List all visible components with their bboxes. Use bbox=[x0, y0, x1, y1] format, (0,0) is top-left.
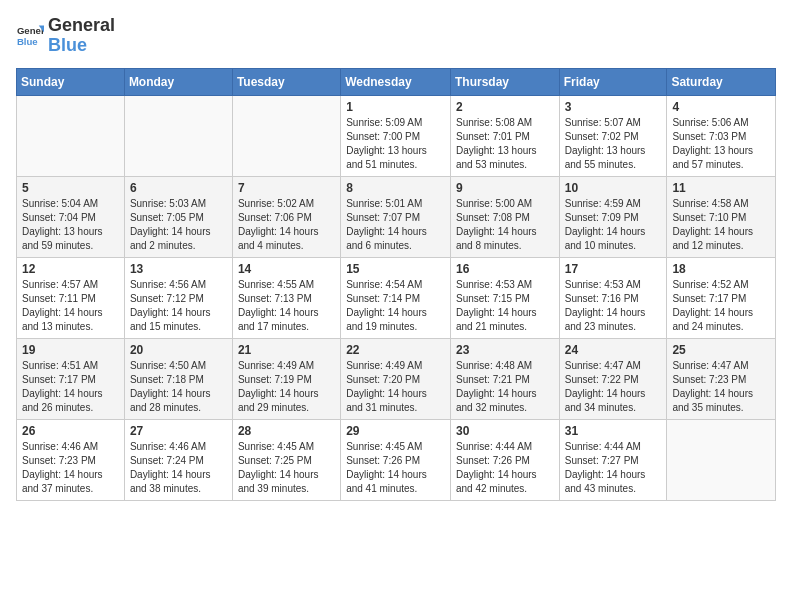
cell-content: Sunrise: 4:50 AMSunset: 7:18 PMDaylight:… bbox=[130, 359, 227, 415]
calendar-cell: 20Sunrise: 4:50 AMSunset: 7:18 PMDayligh… bbox=[124, 338, 232, 419]
calendar-cell: 15Sunrise: 4:54 AMSunset: 7:14 PMDayligh… bbox=[341, 257, 451, 338]
calendar-cell: 23Sunrise: 4:48 AMSunset: 7:21 PMDayligh… bbox=[450, 338, 559, 419]
cell-content: Sunrise: 5:09 AMSunset: 7:00 PMDaylight:… bbox=[346, 116, 445, 172]
cell-content: Sunrise: 4:58 AMSunset: 7:10 PMDaylight:… bbox=[672, 197, 770, 253]
calendar-cell: 7Sunrise: 5:02 AMSunset: 7:06 PMDaylight… bbox=[232, 176, 340, 257]
cell-content: Sunrise: 5:06 AMSunset: 7:03 PMDaylight:… bbox=[672, 116, 770, 172]
cell-content: Sunrise: 4:53 AMSunset: 7:16 PMDaylight:… bbox=[565, 278, 662, 334]
calendar-cell: 18Sunrise: 4:52 AMSunset: 7:17 PMDayligh… bbox=[667, 257, 776, 338]
cell-content: Sunrise: 4:54 AMSunset: 7:14 PMDaylight:… bbox=[346, 278, 445, 334]
day-number: 3 bbox=[565, 100, 662, 114]
logo-icon: General Blue bbox=[16, 22, 44, 50]
day-number: 8 bbox=[346, 181, 445, 195]
weekday-header-sunday: Sunday bbox=[17, 68, 125, 95]
calendar-cell: 1Sunrise: 5:09 AMSunset: 7:00 PMDaylight… bbox=[341, 95, 451, 176]
day-number: 26 bbox=[22, 424, 119, 438]
cell-content: Sunrise: 4:55 AMSunset: 7:13 PMDaylight:… bbox=[238, 278, 335, 334]
calendar-cell: 19Sunrise: 4:51 AMSunset: 7:17 PMDayligh… bbox=[17, 338, 125, 419]
calendar-week-row: 1Sunrise: 5:09 AMSunset: 7:00 PMDaylight… bbox=[17, 95, 776, 176]
calendar-cell: 17Sunrise: 4:53 AMSunset: 7:16 PMDayligh… bbox=[559, 257, 667, 338]
weekday-header-wednesday: Wednesday bbox=[341, 68, 451, 95]
calendar-cell: 13Sunrise: 4:56 AMSunset: 7:12 PMDayligh… bbox=[124, 257, 232, 338]
day-number: 16 bbox=[456, 262, 554, 276]
day-number: 28 bbox=[238, 424, 335, 438]
calendar-cell: 25Sunrise: 4:47 AMSunset: 7:23 PMDayligh… bbox=[667, 338, 776, 419]
day-number: 20 bbox=[130, 343, 227, 357]
calendar-cell: 26Sunrise: 4:46 AMSunset: 7:23 PMDayligh… bbox=[17, 419, 125, 500]
weekday-header-monday: Monday bbox=[124, 68, 232, 95]
cell-content: Sunrise: 4:45 AMSunset: 7:25 PMDaylight:… bbox=[238, 440, 335, 496]
weekday-header-friday: Friday bbox=[559, 68, 667, 95]
calendar-cell: 30Sunrise: 4:44 AMSunset: 7:26 PMDayligh… bbox=[450, 419, 559, 500]
day-number: 12 bbox=[22, 262, 119, 276]
cell-content: Sunrise: 4:51 AMSunset: 7:17 PMDaylight:… bbox=[22, 359, 119, 415]
calendar-cell: 27Sunrise: 4:46 AMSunset: 7:24 PMDayligh… bbox=[124, 419, 232, 500]
page-header: General Blue General Blue bbox=[16, 16, 776, 56]
cell-content: Sunrise: 5:02 AMSunset: 7:06 PMDaylight:… bbox=[238, 197, 335, 253]
day-number: 2 bbox=[456, 100, 554, 114]
calendar-cell: 14Sunrise: 4:55 AMSunset: 7:13 PMDayligh… bbox=[232, 257, 340, 338]
calendar-cell: 4Sunrise: 5:06 AMSunset: 7:03 PMDaylight… bbox=[667, 95, 776, 176]
cell-content: Sunrise: 4:47 AMSunset: 7:23 PMDaylight:… bbox=[672, 359, 770, 415]
calendar-cell: 10Sunrise: 4:59 AMSunset: 7:09 PMDayligh… bbox=[559, 176, 667, 257]
calendar-table: SundayMondayTuesdayWednesdayThursdayFrid… bbox=[16, 68, 776, 501]
calendar-cell: 24Sunrise: 4:47 AMSunset: 7:22 PMDayligh… bbox=[559, 338, 667, 419]
calendar-cell: 9Sunrise: 5:00 AMSunset: 7:08 PMDaylight… bbox=[450, 176, 559, 257]
logo: General Blue General Blue bbox=[16, 16, 115, 56]
calendar-cell: 16Sunrise: 4:53 AMSunset: 7:15 PMDayligh… bbox=[450, 257, 559, 338]
cell-content: Sunrise: 4:47 AMSunset: 7:22 PMDaylight:… bbox=[565, 359, 662, 415]
weekday-header-row: SundayMondayTuesdayWednesdayThursdayFrid… bbox=[17, 68, 776, 95]
cell-content: Sunrise: 4:52 AMSunset: 7:17 PMDaylight:… bbox=[672, 278, 770, 334]
cell-content: Sunrise: 4:53 AMSunset: 7:15 PMDaylight:… bbox=[456, 278, 554, 334]
day-number: 21 bbox=[238, 343, 335, 357]
calendar-week-row: 5Sunrise: 5:04 AMSunset: 7:04 PMDaylight… bbox=[17, 176, 776, 257]
weekday-header-tuesday: Tuesday bbox=[232, 68, 340, 95]
day-number: 22 bbox=[346, 343, 445, 357]
calendar-cell: 5Sunrise: 5:04 AMSunset: 7:04 PMDaylight… bbox=[17, 176, 125, 257]
day-number: 10 bbox=[565, 181, 662, 195]
weekday-header-thursday: Thursday bbox=[450, 68, 559, 95]
calendar-cell: 28Sunrise: 4:45 AMSunset: 7:25 PMDayligh… bbox=[232, 419, 340, 500]
day-number: 11 bbox=[672, 181, 770, 195]
cell-content: Sunrise: 5:01 AMSunset: 7:07 PMDaylight:… bbox=[346, 197, 445, 253]
day-number: 7 bbox=[238, 181, 335, 195]
cell-content: Sunrise: 4:59 AMSunset: 7:09 PMDaylight:… bbox=[565, 197, 662, 253]
calendar-body: 1Sunrise: 5:09 AMSunset: 7:00 PMDaylight… bbox=[17, 95, 776, 500]
calendar-cell: 3Sunrise: 5:07 AMSunset: 7:02 PMDaylight… bbox=[559, 95, 667, 176]
calendar-week-row: 12Sunrise: 4:57 AMSunset: 7:11 PMDayligh… bbox=[17, 257, 776, 338]
calendar-cell: 12Sunrise: 4:57 AMSunset: 7:11 PMDayligh… bbox=[17, 257, 125, 338]
cell-content: Sunrise: 5:03 AMSunset: 7:05 PMDaylight:… bbox=[130, 197, 227, 253]
cell-content: Sunrise: 4:46 AMSunset: 7:23 PMDaylight:… bbox=[22, 440, 119, 496]
cell-content: Sunrise: 4:57 AMSunset: 7:11 PMDaylight:… bbox=[22, 278, 119, 334]
calendar-cell: 29Sunrise: 4:45 AMSunset: 7:26 PMDayligh… bbox=[341, 419, 451, 500]
calendar-cell bbox=[17, 95, 125, 176]
day-number: 14 bbox=[238, 262, 335, 276]
day-number: 18 bbox=[672, 262, 770, 276]
calendar-cell: 6Sunrise: 5:03 AMSunset: 7:05 PMDaylight… bbox=[124, 176, 232, 257]
cell-content: Sunrise: 4:44 AMSunset: 7:27 PMDaylight:… bbox=[565, 440, 662, 496]
svg-text:Blue: Blue bbox=[17, 36, 38, 47]
calendar-cell: 8Sunrise: 5:01 AMSunset: 7:07 PMDaylight… bbox=[341, 176, 451, 257]
cell-content: Sunrise: 4:44 AMSunset: 7:26 PMDaylight:… bbox=[456, 440, 554, 496]
day-number: 5 bbox=[22, 181, 119, 195]
calendar-week-row: 26Sunrise: 4:46 AMSunset: 7:23 PMDayligh… bbox=[17, 419, 776, 500]
weekday-header-saturday: Saturday bbox=[667, 68, 776, 95]
calendar-cell bbox=[232, 95, 340, 176]
cell-content: Sunrise: 5:08 AMSunset: 7:01 PMDaylight:… bbox=[456, 116, 554, 172]
cell-content: Sunrise: 5:07 AMSunset: 7:02 PMDaylight:… bbox=[565, 116, 662, 172]
cell-content: Sunrise: 4:45 AMSunset: 7:26 PMDaylight:… bbox=[346, 440, 445, 496]
day-number: 30 bbox=[456, 424, 554, 438]
cell-content: Sunrise: 4:48 AMSunset: 7:21 PMDaylight:… bbox=[456, 359, 554, 415]
day-number: 17 bbox=[565, 262, 662, 276]
logo-text: General Blue bbox=[48, 16, 115, 56]
cell-content: Sunrise: 5:04 AMSunset: 7:04 PMDaylight:… bbox=[22, 197, 119, 253]
day-number: 13 bbox=[130, 262, 227, 276]
cell-content: Sunrise: 4:49 AMSunset: 7:20 PMDaylight:… bbox=[346, 359, 445, 415]
calendar-week-row: 19Sunrise: 4:51 AMSunset: 7:17 PMDayligh… bbox=[17, 338, 776, 419]
day-number: 27 bbox=[130, 424, 227, 438]
calendar-cell: 2Sunrise: 5:08 AMSunset: 7:01 PMDaylight… bbox=[450, 95, 559, 176]
cell-content: Sunrise: 5:00 AMSunset: 7:08 PMDaylight:… bbox=[456, 197, 554, 253]
cell-content: Sunrise: 4:49 AMSunset: 7:19 PMDaylight:… bbox=[238, 359, 335, 415]
day-number: 4 bbox=[672, 100, 770, 114]
calendar-cell: 11Sunrise: 4:58 AMSunset: 7:10 PMDayligh… bbox=[667, 176, 776, 257]
